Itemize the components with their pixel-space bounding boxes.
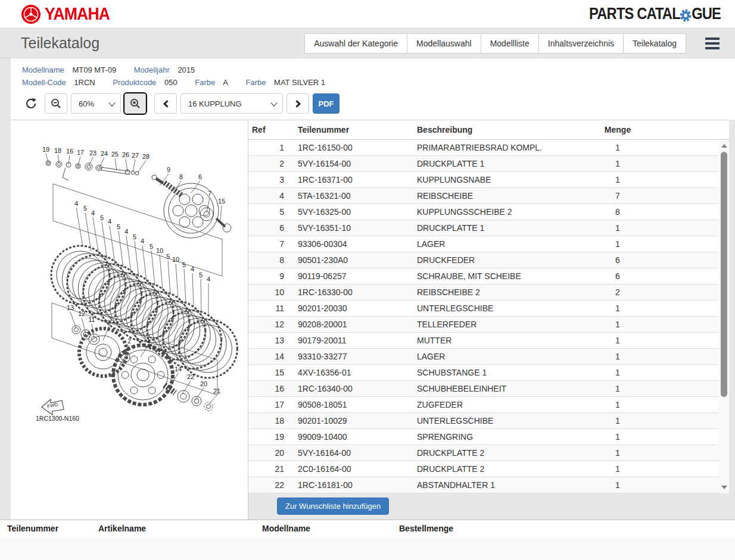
- table-row[interactable]: 18 90201-10029 UNTERLEGSCHIBE 1: [248, 413, 719, 429]
- table-row[interactable]: 14 93310-33277 LAGER 1: [248, 349, 719, 365]
- cell-beschreibung: DRUCKPLATTE 2: [409, 464, 582, 474]
- zoom-level-select[interactable]: 60%: [71, 93, 121, 114]
- next-section-button[interactable]: [286, 93, 309, 114]
- table-row[interactable]: 9 90119-06257 SCHRAUBE, MIT SCHEIBE 6: [248, 268, 719, 284]
- diagram-callout: 5: [182, 261, 186, 268]
- diagram-code: 1RC1300-N160: [36, 415, 79, 422]
- nav-model-list-button[interactable]: Modellliste: [481, 33, 539, 54]
- table-scrollbar[interactable]: [719, 140, 729, 493]
- cell-menge: 1: [582, 416, 653, 426]
- cell-ref: 6: [248, 223, 290, 233]
- cell-teilenummer: 2C0-16164-00: [290, 464, 409, 474]
- nav-toc-button[interactable]: Inhaltsverzeichnis: [538, 33, 624, 54]
- table-row[interactable]: 11 90201-20030 UNTERLEGSCHIBE 1: [248, 301, 719, 317]
- diagram-callout: 12: [78, 310, 85, 317]
- cell-beschreibung: SCHUBHEBELEINHEIT: [409, 384, 582, 393]
- table-row[interactable]: 3 1RC-16371-00 KUPPLUNGSNABE 1: [248, 172, 719, 188]
- refresh-button[interactable]: [22, 93, 40, 114]
- diagram-panel[interactable]: 1918161723242526272898671545454545451051…: [11, 120, 248, 520]
- nav-parts-catalog-button[interactable]: Teilekatalog: [623, 33, 686, 54]
- cell-ref: 12: [248, 320, 290, 329]
- cell-beschreibung: KUPPLUNGSNABE: [409, 175, 582, 184]
- model-code-label: Modell-Code: [22, 78, 66, 87]
- cell-beschreibung: DRUCKPLATTE 1: [409, 159, 582, 168]
- add-to-wishlist-button[interactable]: Zur Wunschliste hinzufügen: [277, 498, 389, 515]
- zoom-in-button[interactable]: [124, 93, 146, 114]
- table-row[interactable]: 22 1RC-16181-00 ABSTANDHALTER 1 1: [248, 477, 719, 493]
- cell-beschreibung: ZUGFEDER: [409, 400, 582, 409]
- diagram-callout: 4: [74, 200, 78, 207]
- nav-model-select-button[interactable]: Modellauswahl: [407, 33, 481, 54]
- table-row[interactable]: 8 90501-230A0 DRUCKFEDER 6: [248, 252, 719, 268]
- section-value: 16 KUPPLUNG: [188, 99, 242, 108]
- diagram-callout: 27: [132, 152, 139, 159]
- fwd-label: FWD: [46, 402, 58, 409]
- table-row[interactable]: 6 5VY-16351-10 DRUCKPLATTE 1 1: [248, 220, 719, 236]
- table-row[interactable]: 19 99009-10400 SPRENGRING 1: [248, 429, 719, 445]
- table-row[interactable]: 2 5VY-16154-00 DRUCKPLATTE 1 1: [248, 156, 719, 172]
- model-info-line-2: Modell-Code 1RCN Produktcode 050 Farbe A…: [22, 76, 735, 89]
- cell-teilenummer: 5VY-16351-10: [290, 223, 409, 233]
- cell-ref: 2: [248, 159, 290, 168]
- cell-beschreibung: UNTERLEGSCHIBE: [409, 304, 582, 313]
- section-select[interactable]: 16 KUPPLUNG: [180, 93, 283, 114]
- cell-teilenummer: 99009-10400: [290, 432, 409, 442]
- color-code-label: Farbe: [195, 78, 215, 87]
- table-row[interactable]: 17 90508-18051 ZUGFEDER 1: [248, 397, 719, 413]
- wishlist-empty-area: [0, 536, 735, 560]
- cell-menge: 8: [582, 207, 653, 217]
- diagram-callout: 5: [166, 253, 170, 260]
- table-row[interactable]: 16 1RC-16340-00 SCHUBHEBELEINHEIT 1: [248, 381, 719, 397]
- pdf-button[interactable]: PDF: [313, 93, 340, 114]
- cell-ref: 5: [248, 207, 290, 217]
- cell-beschreibung: MUTTER: [409, 336, 582, 345]
- table-row[interactable]: 10 1RC-16330-00 REIBSCHEIBE 2 2: [248, 284, 719, 301]
- cell-teilenummer: 1RC-16150-00: [290, 143, 409, 152]
- cell-beschreibung: DRUCKPLATTE 1: [409, 223, 582, 233]
- cell-teilenummer: 93310-33277: [290, 352, 409, 361]
- table-row[interactable]: 21 2C0-16164-00 DRUCKPLATTE 2 1: [248, 461, 719, 477]
- table-row[interactable]: 15 4XV-16356-01 SCHUBSTANGE 1 1: [248, 365, 719, 381]
- color-name-label: Farbe: [245, 78, 266, 87]
- cell-beschreibung: REIBSCHEIBE 2: [409, 287, 582, 297]
- col-teilenummer: Teilenummer: [290, 125, 409, 134]
- cell-beschreibung: REIBSCHEIBE: [409, 191, 582, 201]
- table-row[interactable]: 13 90179-20011 MUTTER 1: [248, 333, 719, 349]
- zoom-out-button[interactable]: [45, 93, 67, 114]
- cell-teilenummer: 90119-06257: [290, 271, 409, 281]
- cell-ref: 21: [248, 464, 290, 474]
- previous-section-button[interactable]: [154, 93, 177, 114]
- cell-menge: 1: [582, 239, 653, 249]
- wishlist-table-header: Teilenummer Artikelname Modellname Beste…: [0, 520, 735, 536]
- cell-teilenummer: 90501-230A0: [290, 255, 409, 265]
- table-row[interactable]: 12 90208-20001 TELLERFEDER 1: [248, 317, 719, 333]
- table-row[interactable]: 7 93306-00304 LAGER 1: [248, 236, 719, 252]
- nav-category-button[interactable]: Auswahl der Kategorie: [304, 33, 407, 54]
- cell-ref: 19: [248, 432, 290, 442]
- table-row[interactable]: 20 5VY-16164-00 DRUCKPLATTE 2 1: [248, 445, 719, 461]
- table-row[interactable]: 4 5TA-16321-00 REIBSCHEIBE 7: [248, 188, 719, 204]
- cell-menge: 1: [582, 448, 653, 458]
- app-title-left: PARTS CATAL: [589, 5, 680, 23]
- main-content: 1918161723242526272898671545454545451051…: [11, 120, 730, 520]
- cell-ref: 10: [248, 287, 290, 297]
- parts-table-footer: Zur Wunschliste hinzufügen: [248, 493, 729, 520]
- diagram-callout: 5: [100, 214, 104, 221]
- model-year-value: 2015: [177, 65, 195, 74]
- cell-beschreibung: SCHUBSTANGE 1: [409, 368, 582, 377]
- scroll-up-icon[interactable]: [719, 141, 729, 151]
- scrollbar-thumb[interactable]: [721, 152, 727, 397]
- brand-text: YAMAHA: [45, 4, 110, 24]
- cell-ref: 4: [248, 191, 290, 201]
- app-header: YAMAHA PARTS CATAL GUE: [0, 0, 735, 29]
- menu-icon[interactable]: [705, 37, 720, 49]
- table-row[interactable]: 5 5VY-16325-00 KUPPLUNGSSCHEIBE 2 8: [248, 204, 719, 220]
- diagram-callout: 5: [117, 223, 120, 230]
- diagram-callout: 9: [167, 166, 170, 173]
- zoom-level-value: 60%: [79, 99, 94, 108]
- diagram-callout: 22: [187, 373, 194, 380]
- table-row[interactable]: 1 1RC-16150-00 PRIMARABTRIEBSRAD KOMPL. …: [248, 140, 719, 156]
- cell-menge: 6: [582, 271, 653, 281]
- cell-ref: 14: [248, 352, 290, 361]
- scroll-down-icon[interactable]: [719, 483, 729, 492]
